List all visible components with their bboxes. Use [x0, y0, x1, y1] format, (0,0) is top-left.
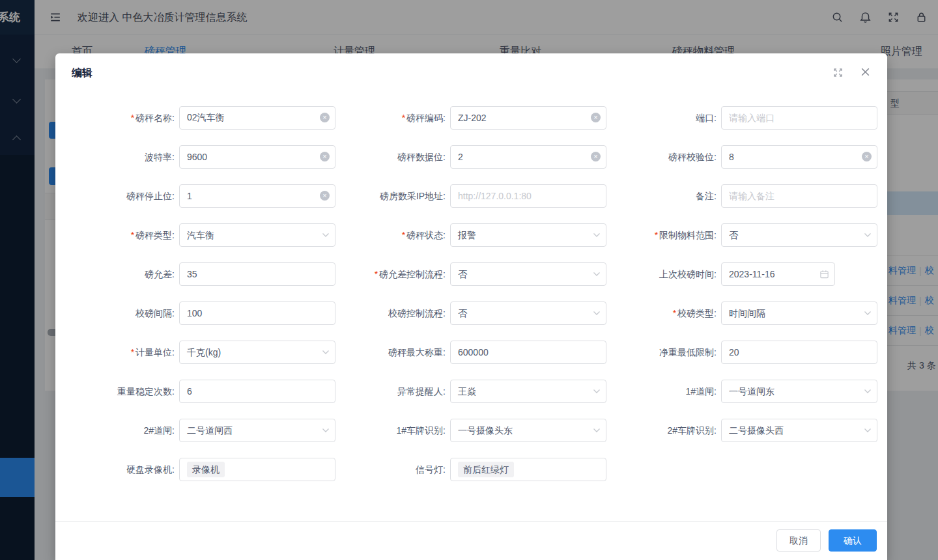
- select-tolerance-flow[interactable]: 否: [450, 262, 606, 286]
- input-scale-name[interactable]: [179, 106, 335, 130]
- field-control-max-weight: [450, 341, 606, 364]
- field-control-remark: [721, 184, 877, 208]
- tag-chip: 前后红绿灯: [458, 462, 514, 477]
- select-gate-1[interactable]: 一号道闸东: [721, 380, 877, 403]
- required-asterisk: *: [131, 113, 134, 123]
- select-plate-recognition-2[interactable]: 二号摄像头西: [721, 419, 877, 442]
- input-max-weight[interactable]: [450, 341, 606, 364]
- field-label-check-bits: 磅秤校验位:: [606, 145, 717, 169]
- confirm-button[interactable]: 确认: [829, 529, 877, 552]
- field-control-ip-address: [450, 184, 606, 208]
- cancel-button[interactable]: 取消: [776, 529, 821, 552]
- clear-icon[interactable]: ×: [320, 152, 330, 161]
- input-weight-stable-times[interactable]: [179, 380, 335, 403]
- field-label-calibration-interval: 校磅间隔:: [64, 301, 175, 325]
- field-label-remark: 备注:: [606, 184, 717, 208]
- field-control-scale-status: 报警: [450, 223, 606, 247]
- input-baud-rate[interactable]: [179, 145, 335, 169]
- field-control-baud-rate: ×: [179, 145, 335, 169]
- select-abnormal-reminder[interactable]: 王焱: [450, 380, 606, 403]
- field-label-text: 磅房数采IP地址:: [380, 191, 446, 201]
- input-stop-bits[interactable]: [179, 184, 335, 208]
- select-gate-2[interactable]: 二号道闸西: [179, 419, 335, 442]
- field-control-plate-recognition-2: 二号摄像头西: [721, 419, 877, 442]
- field-label-unit: *计量单位:: [64, 341, 175, 364]
- clear-icon[interactable]: ×: [320, 191, 330, 201]
- form-item-abnormal-reminder: 异常提醒人:王焱: [335, 380, 606, 419]
- select-value: 二号道闸西: [187, 425, 233, 436]
- field-control-gate-1: 一号道闸东: [721, 380, 877, 403]
- select-material-range[interactable]: 否: [721, 223, 877, 247]
- required-asterisk: *: [131, 347, 134, 357]
- field-label-text: 磅允差控制流程:: [379, 269, 446, 279]
- form-item-weight-stable-times: 重量稳定次数:: [64, 380, 335, 419]
- form-item-ip-address: 磅房数采IP地址:: [335, 184, 606, 223]
- field-label-text: 端口:: [696, 113, 717, 123]
- field-label-scale-code: *磅秤编码:: [335, 106, 446, 130]
- input-tolerance[interactable]: [179, 262, 335, 286]
- field-label-text: 限制物料范围:: [659, 230, 717, 240]
- field-label-text: 校磅间隔:: [135, 308, 175, 318]
- clear-icon[interactable]: ×: [591, 152, 601, 161]
- select-scale-status[interactable]: 报警: [450, 223, 606, 247]
- select-value: 一号道闸东: [729, 386, 775, 397]
- form-item-plate-recognition-2: 2#车牌识别:二号摄像头西: [606, 419, 877, 458]
- field-label-text: 校磅类型:: [677, 308, 717, 318]
- form-item-gate-2: 2#道闸:二号道闸西: [64, 419, 335, 458]
- field-label-ip-address: 磅房数采IP地址:: [335, 184, 446, 208]
- input-ip-address[interactable]: [450, 184, 606, 208]
- input-check-bits[interactable]: [721, 145, 877, 169]
- field-label-data-bits: 磅秤数据位:: [335, 145, 446, 169]
- dialog-close-icon[interactable]: [859, 66, 872, 78]
- select-calibration-type[interactable]: 时间间隔: [721, 301, 877, 325]
- input-remark[interactable]: [721, 184, 877, 208]
- select-scale-type[interactable]: 汽车衡: [179, 223, 335, 247]
- field-control-plate-recognition-1: 一号摄像头东: [450, 419, 606, 442]
- form-item-last-calibration-date: 上次校磅时间:2023-11-16: [606, 262, 877, 301]
- field-label-text: 磅秤停止位:: [126, 191, 175, 201]
- form-item-stop-bits: 磅秤停止位:×: [64, 184, 335, 223]
- tag-chip: 录像机: [187, 462, 225, 477]
- field-control-scale-code: ×: [450, 106, 606, 130]
- input-data-bits[interactable]: [450, 145, 606, 169]
- field-label-calibration-type: *校磅类型:: [606, 301, 717, 325]
- select-unit[interactable]: 千克(kg): [179, 341, 335, 364]
- field-label-weight-stable-times: 重量稳定次数:: [64, 380, 175, 403]
- field-label-text: 计量单位:: [135, 347, 175, 357]
- select-value: 王焱: [458, 386, 476, 397]
- field-label-max-weight: 磅秤最大称重:: [335, 341, 446, 364]
- field-label-text: 硬盘录像机:: [126, 464, 175, 475]
- date-input-last-calibration-date[interactable]: 2023-11-16: [721, 262, 835, 286]
- clear-icon[interactable]: ×: [591, 113, 601, 122]
- field-label-min-net-limit: 净重最低限制:: [606, 341, 717, 364]
- field-control-last-calibration-date: 2023-11-16: [721, 262, 835, 286]
- form-item-signal-light: 信号灯:前后红绿灯: [335, 458, 606, 497]
- dialog-title: 编辑: [72, 66, 92, 80]
- field-control-gate-2: 二号道闸西: [179, 419, 335, 442]
- select-calibration-flow[interactable]: 否: [450, 301, 606, 325]
- input-scale-code[interactable]: [450, 106, 606, 130]
- dialog-footer: 取消 确认: [55, 521, 887, 560]
- multiselect-dvr[interactable]: 录像机: [179, 458, 335, 481]
- form-item-unit: *计量单位:千克(kg): [64, 341, 335, 380]
- required-asterisk: *: [402, 113, 405, 123]
- multiselect-signal-light[interactable]: 前后红绿灯: [450, 458, 606, 481]
- input-calibration-interval[interactable]: [179, 301, 335, 325]
- field-control-port: [721, 106, 877, 130]
- select-value: 否: [458, 308, 467, 318]
- input-port[interactable]: [721, 106, 877, 130]
- field-label-scale-name: *磅秤名称:: [64, 106, 175, 130]
- field-label-calibration-flow: 校磅控制流程:: [335, 301, 446, 325]
- clear-icon[interactable]: ×: [862, 152, 872, 161]
- field-control-scale-name: ×: [179, 106, 335, 130]
- field-label-last-calibration-date: 上次校磅时间:: [606, 262, 717, 286]
- form-item-min-net-limit: 净重最低限制:: [606, 341, 877, 380]
- select-plate-recognition-1[interactable]: 一号摄像头东: [450, 419, 606, 442]
- field-label-scale-type: *磅秤类型:: [64, 223, 175, 247]
- form-item-calibration-flow: 校磅控制流程:否: [335, 301, 606, 341]
- dialog-fullscreen-icon[interactable]: [832, 67, 844, 78]
- field-label-text: 磅秤校验位:: [668, 152, 717, 162]
- select-value: 千克(kg): [187, 347, 221, 357]
- input-min-net-limit[interactable]: [721, 341, 877, 364]
- clear-icon[interactable]: ×: [320, 113, 330, 122]
